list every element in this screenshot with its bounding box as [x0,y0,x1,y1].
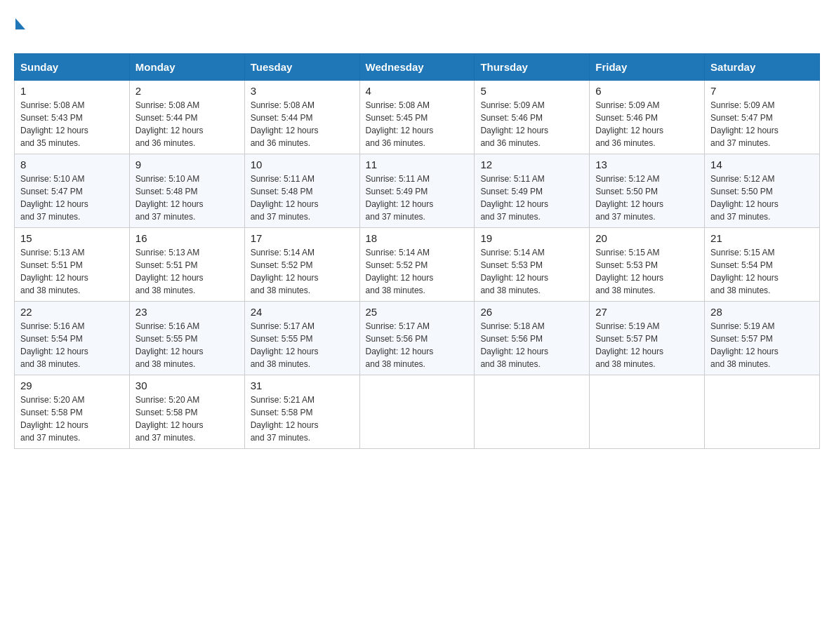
calendar-table: SundayMondayTuesdayWednesdayThursdayFrid… [14,53,820,449]
calendar-week-row: 29 Sunrise: 5:20 AM Sunset: 5:58 PM Dayl… [15,375,820,449]
day-number: 5 [480,85,583,97]
day-info: Sunrise: 5:08 AM Sunset: 5:44 PM Dayligh… [251,99,354,149]
day-info: Sunrise: 5:15 AM Sunset: 5:54 PM Dayligh… [710,246,814,297]
day-number: 20 [595,232,699,244]
day-info: Sunrise: 5:15 AM Sunset: 5:53 PM Dayligh… [595,246,699,297]
day-number: 22 [20,306,124,318]
day-number: 26 [480,306,583,318]
calendar-header-row: SundayMondayTuesdayWednesdayThursdayFrid… [15,54,820,81]
day-info: Sunrise: 5:18 AM Sunset: 5:56 PM Dayligh… [480,320,583,370]
calendar-cell: 24 Sunrise: 5:17 AM Sunset: 5:55 PM Dayl… [244,302,359,375]
day-info: Sunrise: 5:13 AM Sunset: 5:51 PM Dayligh… [20,246,124,297]
day-number: 29 [20,380,124,391]
calendar-cell: 6 Sunrise: 5:09 AM Sunset: 5:46 PM Dayli… [590,81,705,154]
day-number: 17 [251,232,354,244]
day-info: Sunrise: 5:20 AM Sunset: 5:58 PM Dayligh… [135,394,239,444]
calendar-day-header: Tuesday [244,54,359,81]
day-number: 15 [20,232,124,244]
day-number: 3 [251,85,354,97]
day-info: Sunrise: 5:20 AM Sunset: 5:58 PM Dayligh… [20,394,124,444]
calendar-cell: 16 Sunrise: 5:13 AM Sunset: 5:51 PM Dayl… [129,228,244,302]
day-info: Sunrise: 5:16 AM Sunset: 5:55 PM Dayligh… [135,320,239,370]
calendar-cell: 12 Sunrise: 5:11 AM Sunset: 5:49 PM Dayl… [475,154,590,228]
day-number: 25 [366,306,469,318]
calendar-cell: 8 Sunrise: 5:10 AM Sunset: 5:47 PM Dayli… [15,154,130,228]
day-info: Sunrise: 5:08 AM Sunset: 5:45 PM Dayligh… [366,99,469,149]
day-info: Sunrise: 5:21 AM Sunset: 5:58 PM Dayligh… [251,394,354,444]
logo [14,21,25,32]
day-info: Sunrise: 5:14 AM Sunset: 5:52 PM Dayligh… [366,246,469,297]
calendar-cell: 26 Sunrise: 5:18 AM Sunset: 5:56 PM Dayl… [475,302,590,375]
day-info: Sunrise: 5:09 AM Sunset: 5:46 PM Dayligh… [480,99,583,149]
calendar-cell: 13 Sunrise: 5:12 AM Sunset: 5:50 PM Dayl… [590,154,705,228]
calendar-cell: 22 Sunrise: 5:16 AM Sunset: 5:54 PM Dayl… [15,302,130,375]
day-info: Sunrise: 5:19 AM Sunset: 5:57 PM Dayligh… [710,320,814,370]
day-number: 1 [20,85,124,97]
day-info: Sunrise: 5:09 AM Sunset: 5:46 PM Dayligh… [595,99,699,149]
page-header [14,14,820,39]
calendar-week-row: 8 Sunrise: 5:10 AM Sunset: 5:47 PM Dayli… [15,154,820,228]
day-info: Sunrise: 5:08 AM Sunset: 5:43 PM Dayligh… [20,99,124,149]
logo-arrow-icon [15,18,25,29]
day-info: Sunrise: 5:08 AM Sunset: 5:44 PM Dayligh… [135,99,239,149]
day-number: 27 [595,306,699,318]
calendar-cell: 3 Sunrise: 5:08 AM Sunset: 5:44 PM Dayli… [244,81,359,154]
day-info: Sunrise: 5:11 AM Sunset: 5:49 PM Dayligh… [480,173,583,223]
calendar-cell: 18 Sunrise: 5:14 AM Sunset: 5:52 PM Dayl… [359,228,475,302]
day-number: 18 [366,232,469,244]
calendar-cell: 25 Sunrise: 5:17 AM Sunset: 5:56 PM Dayl… [359,302,475,375]
calendar-week-row: 1 Sunrise: 5:08 AM Sunset: 5:43 PM Dayli… [15,81,820,154]
day-info: Sunrise: 5:11 AM Sunset: 5:48 PM Dayligh… [251,173,354,223]
day-number: 4 [366,85,469,97]
calendar-cell: 30 Sunrise: 5:20 AM Sunset: 5:58 PM Dayl… [129,375,244,449]
day-info: Sunrise: 5:10 AM Sunset: 5:47 PM Dayligh… [20,173,124,223]
calendar-cell [590,375,705,449]
calendar-cell: 5 Sunrise: 5:09 AM Sunset: 5:46 PM Dayli… [475,81,590,154]
calendar-cell [359,375,475,449]
calendar-cell: 10 Sunrise: 5:11 AM Sunset: 5:48 PM Dayl… [244,154,359,228]
day-info: Sunrise: 5:17 AM Sunset: 5:55 PM Dayligh… [251,320,354,370]
day-info: Sunrise: 5:09 AM Sunset: 5:47 PM Dayligh… [710,99,814,149]
calendar-cell: 20 Sunrise: 5:15 AM Sunset: 5:53 PM Dayl… [590,228,705,302]
day-number: 24 [251,306,354,318]
calendar-cell: 17 Sunrise: 5:14 AM Sunset: 5:52 PM Dayl… [244,228,359,302]
calendar-cell: 21 Sunrise: 5:15 AM Sunset: 5:54 PM Dayl… [705,228,820,302]
day-number: 19 [480,232,583,244]
calendar-cell: 7 Sunrise: 5:09 AM Sunset: 5:47 PM Dayli… [705,81,820,154]
day-number: 2 [135,85,239,97]
day-number: 23 [135,306,239,318]
calendar-cell: 19 Sunrise: 5:14 AM Sunset: 5:53 PM Dayl… [475,228,590,302]
day-number: 30 [135,380,239,391]
calendar-cell: 28 Sunrise: 5:19 AM Sunset: 5:57 PM Dayl… [705,302,820,375]
day-info: Sunrise: 5:14 AM Sunset: 5:53 PM Dayligh… [480,246,583,297]
day-info: Sunrise: 5:16 AM Sunset: 5:54 PM Dayligh… [20,320,124,370]
day-info: Sunrise: 5:19 AM Sunset: 5:57 PM Dayligh… [595,320,699,370]
day-number: 14 [710,159,814,170]
day-number: 9 [135,159,239,170]
calendar-cell: 14 Sunrise: 5:12 AM Sunset: 5:50 PM Dayl… [705,154,820,228]
calendar-cell: 15 Sunrise: 5:13 AM Sunset: 5:51 PM Dayl… [15,228,130,302]
day-number: 10 [251,159,354,170]
calendar-cell: 23 Sunrise: 5:16 AM Sunset: 5:55 PM Dayl… [129,302,244,375]
calendar-cell: 4 Sunrise: 5:08 AM Sunset: 5:45 PM Dayli… [359,81,475,154]
day-info: Sunrise: 5:17 AM Sunset: 5:56 PM Dayligh… [366,320,469,370]
calendar-day-header: Sunday [15,54,130,81]
calendar-week-row: 22 Sunrise: 5:16 AM Sunset: 5:54 PM Dayl… [15,302,820,375]
calendar-cell: 2 Sunrise: 5:08 AM Sunset: 5:44 PM Dayli… [129,81,244,154]
day-info: Sunrise: 5:12 AM Sunset: 5:50 PM Dayligh… [595,173,699,223]
calendar-cell: 1 Sunrise: 5:08 AM Sunset: 5:43 PM Dayli… [15,81,130,154]
day-number: 31 [251,380,354,391]
calendar-cell: 9 Sunrise: 5:10 AM Sunset: 5:48 PM Dayli… [129,154,244,228]
day-number: 8 [20,159,124,170]
calendar-day-header: Monday [129,54,244,81]
day-number: 28 [710,306,814,318]
day-info: Sunrise: 5:13 AM Sunset: 5:51 PM Dayligh… [135,246,239,297]
day-number: 7 [710,85,814,97]
day-number: 11 [366,159,469,170]
day-number: 16 [135,232,239,244]
day-number: 6 [595,85,699,97]
calendar-day-header: Wednesday [359,54,475,81]
calendar-day-header: Saturday [705,54,820,81]
calendar-day-header: Friday [590,54,705,81]
day-number: 21 [710,232,814,244]
